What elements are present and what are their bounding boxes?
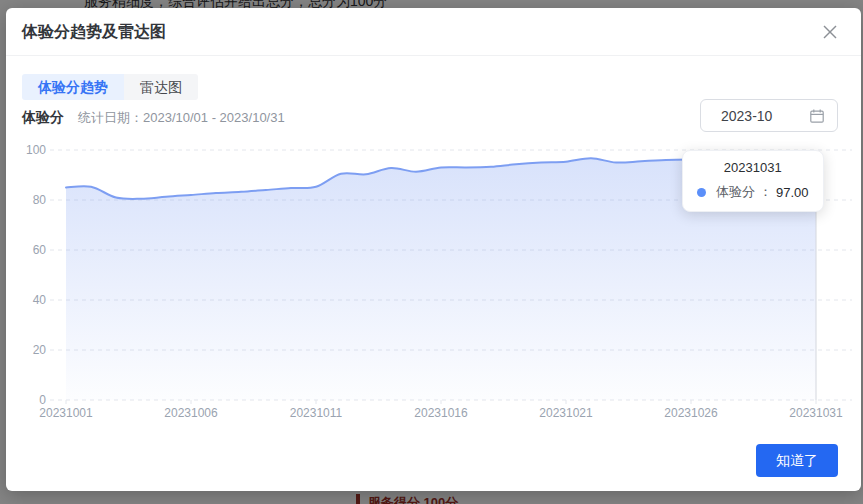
series-marker-icon bbox=[697, 188, 706, 197]
x-tick-label: 20231031 bbox=[789, 406, 843, 420]
x-tick-label: 20231021 bbox=[539, 406, 593, 420]
tooltip-series-row: 体验分 ： 97.00 bbox=[697, 183, 809, 201]
x-tick-label: 20231026 bbox=[664, 406, 718, 420]
y-tick-label: 100 bbox=[26, 143, 46, 157]
got-it-button[interactable]: 知道了 bbox=[756, 444, 838, 477]
trend-radar-modal: 体验分趋势及雷达图 体验分趋势 雷达图 体验分 统计日期：2023/10/01 … bbox=[6, 8, 861, 491]
tooltip-date: 20231031 bbox=[697, 160, 809, 175]
y-tick-label: 60 bbox=[33, 243, 47, 257]
x-tick-label: 20231006 bbox=[164, 406, 218, 420]
tooltip-series-label: 体验分 bbox=[716, 183, 755, 201]
y-tick-label: 40 bbox=[33, 293, 47, 307]
y-tick-label: 20 bbox=[33, 343, 47, 357]
y-tick-label: 0 bbox=[39, 393, 46, 407]
chart-tooltip: 20231031 体验分 ： 97.00 bbox=[682, 150, 824, 212]
tooltip-separator: ： bbox=[759, 183, 772, 201]
x-tick-label: 20231011 bbox=[290, 406, 343, 420]
screen: 服务精细度，综合评估并给出总分，总分为100分 服务得分 100分 体验分趋势及… bbox=[0, 0, 863, 504]
x-tick-label: 20231016 bbox=[414, 406, 468, 420]
y-tick-label: 80 bbox=[33, 193, 47, 207]
trend-line-chart[interactable]: 0204060801002023100120231006202310112023… bbox=[6, 8, 861, 491]
tooltip-value: 97.00 bbox=[776, 185, 809, 200]
x-tick-label: 20231001 bbox=[39, 406, 93, 420]
